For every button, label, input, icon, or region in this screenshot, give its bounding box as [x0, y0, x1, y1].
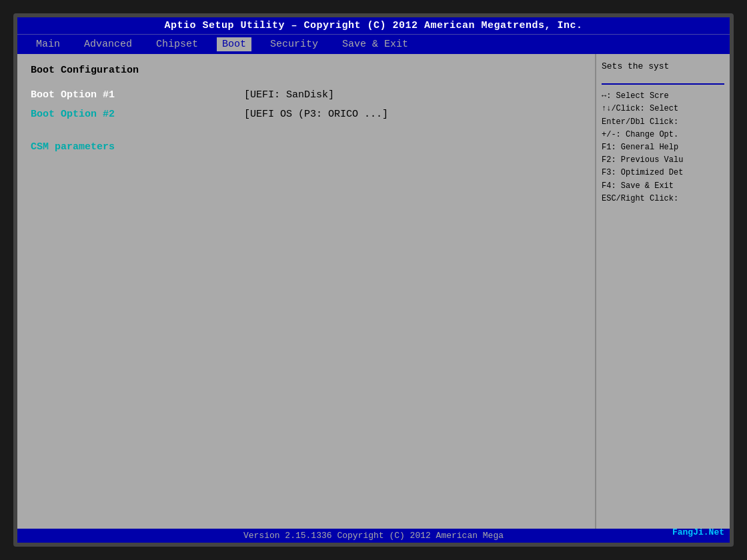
watermark-net: .Net: [704, 527, 724, 537]
key-help-2: Enter/Dbl Click:: [602, 116, 724, 129]
title-text: Aptio Setup Utility – Copyright (C) 2012…: [164, 20, 582, 31]
bottom-bar: Version 2.15.1336 Copyright (C) 2012 Ame…: [17, 529, 730, 543]
boot-option-2-row[interactable]: Boot Option #2 [UEFI OS (P3: ORICO ...]: [31, 109, 582, 120]
menu-bar: Main Advanced Chipset Boot Security Save…: [17, 34, 730, 54]
key-help-3: +/-: Change Opt.: [602, 129, 724, 141]
csm-parameters[interactable]: CSM parameters: [31, 141, 582, 153]
boot-option-2-label: Boot Option #2: [31, 109, 244, 120]
help-text: Sets the syst: [602, 61, 724, 73]
menu-security[interactable]: Security: [265, 37, 323, 51]
right-panel: Sets the syst ↔: Select Scre ↑↓/Click: S…: [596, 54, 730, 529]
menu-chipset[interactable]: Chipset: [151, 37, 203, 51]
key-help-0: ↔: Select Scre: [602, 90, 724, 103]
key-help-7: F4: Save & Exit: [602, 180, 724, 193]
content-area: Boot Configuration Boot Option #1 [UEFI:…: [17, 54, 730, 529]
main-panel: Boot Configuration Boot Option #1 [UEFI:…: [17, 54, 596, 529]
boot-option-1-label: Boot Option #1: [31, 89, 244, 101]
key-help-5: F2: Previous Valu: [602, 154, 724, 167]
boot-option-1-row[interactable]: Boot Option #1 [UEFI: SanDisk]: [31, 89, 582, 101]
section-title: Boot Configuration: [31, 65, 582, 76]
monitor-frame: Aptio Setup Utility – Copyright (C) 2012…: [13, 13, 734, 547]
menu-main[interactable]: Main: [31, 37, 65, 51]
key-help-6: F3: Optimized Det: [602, 167, 724, 179]
watermark: FangJi.Net: [672, 527, 724, 537]
divider: [602, 83, 724, 85]
key-help-4: F1: General Help: [602, 141, 724, 154]
menu-advanced[interactable]: Advanced: [79, 37, 137, 51]
key-help-8: ESC/Right Click:: [602, 193, 724, 205]
menu-boot[interactable]: Boot: [217, 37, 251, 51]
boot-option-2-value: [UEFI OS (P3: ORICO ...]: [244, 109, 388, 120]
boot-option-1-value: [UEFI: SanDisk]: [244, 89, 334, 101]
key-help-1: ↑↓/Click: Select: [602, 103, 724, 115]
title-bar: Aptio Setup Utility – Copyright (C) 2012…: [17, 17, 730, 34]
bios-screen: Aptio Setup Utility – Copyright (C) 2012…: [17, 17, 730, 543]
menu-save-exit[interactable]: Save & Exit: [337, 37, 414, 51]
bottom-bar-text: Version 2.15.1336 Copyright (C) 2012 Ame…: [243, 531, 504, 541]
watermark-fang: FangJi: [672, 527, 704, 537]
